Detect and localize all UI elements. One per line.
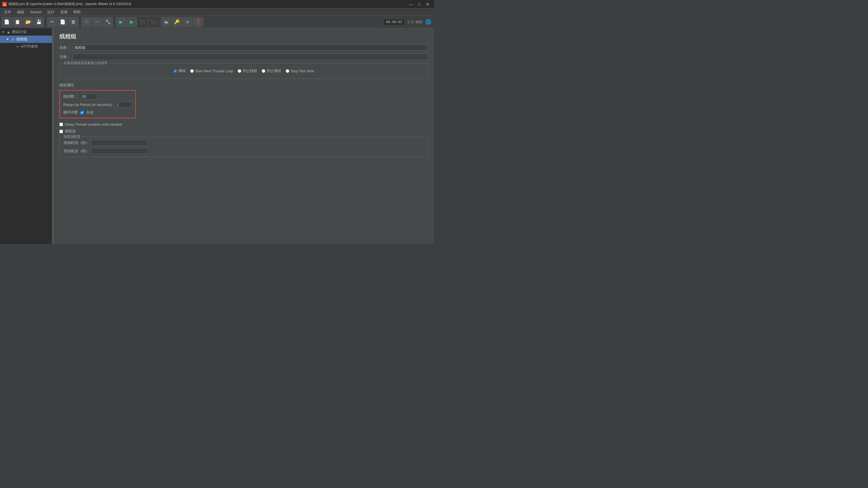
thread-count-row: 线程数： bbox=[63, 94, 132, 99]
warning-icon: ⚠ bbox=[407, 20, 410, 24]
throttle-title: 调度器配置 bbox=[62, 134, 82, 139]
loop-forever-checkbox[interactable] bbox=[80, 111, 84, 115]
name-label: 名称： bbox=[59, 45, 70, 50]
run-count: 0/10 bbox=[415, 20, 422, 24]
radio-continue-label: 继续 bbox=[178, 68, 186, 73]
menu-help[interactable]: 帮助 bbox=[71, 9, 83, 15]
template-button[interactable]: 📋 bbox=[12, 17, 23, 27]
name-row: 名称： bbox=[59, 44, 428, 51]
radio-stop-thread-label: 停止线程 bbox=[242, 68, 257, 73]
scheduler-checkbox[interactable] bbox=[59, 130, 63, 133]
save-button[interactable]: 💾 bbox=[34, 17, 44, 27]
delay-checkbox-row: Delay Thread creation until needed bbox=[59, 122, 428, 127]
thread-properties-section: 线程属性 线程数： Ramp-Up Period (in seconds): 循… bbox=[59, 83, 428, 118]
open-button[interactable]: 📂 bbox=[23, 17, 33, 27]
comment-input[interactable] bbox=[73, 54, 428, 60]
comment-row: 注释： bbox=[59, 54, 428, 60]
shutdown-button[interactable]: ⬛ bbox=[148, 17, 158, 27]
maximize-button[interactable]: □ bbox=[415, 1, 423, 7]
duration-row: 持续时间（秒） bbox=[64, 140, 424, 146]
delete-button[interactable]: 🗑 bbox=[68, 17, 79, 27]
build-button[interactable]: 🏍 bbox=[161, 17, 171, 27]
content-area: 线程组 名称： 注释： 在取样器错误后要执行的动作 继续 Start Next … bbox=[54, 28, 434, 244]
menu-options[interactable]: 选项 bbox=[58, 9, 70, 15]
thread-count-input[interactable] bbox=[80, 94, 97, 99]
config-button[interactable]: 🔧 bbox=[103, 17, 113, 27]
toolbar: 📄 📋 📂 💾 ✂ 📄 🗑 ➕ ➖ 🔧 ▶ ▶ ⬛ ⬛ 🏍 🔑 ≡ ❓ 00:0… bbox=[0, 16, 434, 28]
scheduler-label: 调度器 bbox=[65, 129, 76, 134]
app-icon: 🔥 bbox=[2, 2, 7, 6]
radio-stop-test[interactable]: 停止测试 bbox=[261, 68, 281, 73]
radio-stop-test-now-label: Stop Test Now bbox=[290, 69, 314, 73]
menu-search[interactable]: Search bbox=[28, 9, 44, 15]
loop-label: 循环次数 bbox=[63, 110, 78, 115]
warning-count: 0 bbox=[411, 20, 413, 24]
title-bar-left: 🔥 线程组.jmx (E:\apache-jmeter-4.0\bin\线程组.… bbox=[2, 2, 131, 6]
page-title: 线程组 bbox=[59, 33, 428, 40]
build2-button[interactable]: 🔑 bbox=[172, 17, 182, 27]
thread-group-label: 线程组 bbox=[17, 37, 27, 42]
main-layout: ▼ ▲ 测试计划 ▼ ⚙ 线程组 ✏ HTTP请求 线程组 名称： 注释： bbox=[0, 28, 434, 244]
globe-icon: 🌐 bbox=[424, 18, 432, 26]
startup-delay-label: 启动延迟（秒） bbox=[64, 149, 89, 154]
title-bar: 🔥 线程组.jmx (E:\apache-jmeter-4.0\bin\线程组.… bbox=[0, 0, 434, 8]
help-button[interactable]: ❓ bbox=[193, 17, 204, 27]
close-button[interactable]: ✕ bbox=[424, 1, 432, 7]
ramp-up-input[interactable] bbox=[115, 102, 132, 107]
radio-next-loop-label: Start Next Thread Loop bbox=[195, 69, 233, 73]
comment-label: 注释： bbox=[59, 55, 70, 60]
stop-button[interactable]: ⬛ bbox=[137, 17, 148, 27]
delay-checkbox[interactable] bbox=[59, 123, 63, 126]
timer-display: 00:00:05 bbox=[383, 19, 405, 25]
title-text: 线程组.jmx (E:\apache-jmeter-4.0\bin\线程组.jm… bbox=[8, 2, 131, 6]
menu-bar: 文件 编辑 Search 运行 选项 帮助 bbox=[0, 8, 434, 16]
minimize-button[interactable]: — bbox=[407, 1, 415, 7]
start-no-pause-button[interactable]: ▶ bbox=[127, 17, 137, 27]
radio-stop-test-label: 停止测试 bbox=[267, 68, 281, 73]
menu-edit[interactable]: 编辑 bbox=[15, 9, 27, 15]
sidebar-item-test-plan[interactable]: ▼ ▲ 测试计划 bbox=[0, 28, 52, 36]
sidebar-item-thread-group[interactable]: ▼ ⚙ 线程组 bbox=[0, 36, 52, 43]
cut-button[interactable]: ✂ bbox=[47, 17, 57, 27]
toggle-test-plan: ▼ bbox=[2, 31, 5, 34]
thread-group-icon: ⚙ bbox=[11, 37, 15, 41]
action-section-title: 在取样器错误后要执行的动作 bbox=[62, 61, 109, 66]
radio-continue[interactable]: 继续 bbox=[174, 68, 186, 73]
radio-stop-test-now[interactable]: Stop Test Now bbox=[286, 69, 314, 73]
new-button[interactable]: 📄 bbox=[2, 17, 12, 27]
toolbar-right: 00:00:05 ⚠ 0 0/10 🌐 bbox=[383, 18, 432, 26]
sidebar: ▼ ▲ 测试计划 ▼ ⚙ 线程组 ✏ HTTP请求 bbox=[0, 28, 52, 244]
action-radio-group: 继续 Start Next Thread Loop 停止线程 停止测试 Stop… bbox=[64, 66, 424, 76]
duration-label: 持续时间（秒） bbox=[64, 140, 89, 145]
throttle-section: 调度器配置 持续时间（秒） 启动延迟（秒） bbox=[59, 137, 428, 157]
radio-stop-thread[interactable]: 停止线程 bbox=[238, 68, 257, 73]
startup-delay-row: 启动延迟（秒） bbox=[64, 148, 424, 154]
thread-props-title: 线程属性 bbox=[59, 83, 428, 88]
scheduler-checkbox-row: 调度器 bbox=[59, 129, 428, 134]
action-section: 在取样器错误后要执行的动作 继续 Start Next Thread Loop … bbox=[59, 63, 428, 79]
list-button[interactable]: ≡ bbox=[183, 17, 193, 27]
sidebar-item-http-request[interactable]: ✏ HTTP请求 bbox=[0, 43, 52, 50]
start-button[interactable]: ▶ bbox=[116, 17, 126, 27]
copy-button[interactable]: 📄 bbox=[58, 17, 68, 27]
title-controls: — □ ✕ bbox=[407, 1, 432, 7]
radio-next-loop[interactable]: Start Next Thread Loop bbox=[190, 69, 233, 73]
ramp-up-label: Ramp-Up Period (in seconds): bbox=[63, 102, 113, 107]
add-button[interactable]: ➕ bbox=[82, 17, 92, 27]
name-input[interactable] bbox=[73, 44, 428, 51]
thread-props-box: 线程数： Ramp-Up Period (in seconds): 循环次数 永… bbox=[59, 90, 136, 118]
menu-run[interactable]: 运行 bbox=[45, 9, 57, 15]
loop-row: 循环次数 永远 bbox=[63, 110, 132, 115]
duration-input[interactable] bbox=[91, 140, 148, 146]
delay-label: Delay Thread creation until needed bbox=[65, 122, 122, 127]
menu-file[interactable]: 文件 bbox=[2, 9, 13, 15]
loop-forever-label: 永远 bbox=[86, 110, 94, 115]
test-plan-label: 测试计划 bbox=[12, 29, 27, 34]
startup-delay-input[interactable] bbox=[91, 148, 148, 154]
http-request-icon: ✏ bbox=[15, 44, 20, 49]
ramp-up-row: Ramp-Up Period (in seconds): bbox=[63, 102, 132, 107]
test-plan-icon: ▲ bbox=[6, 30, 11, 34]
toggle-thread-group: ▼ bbox=[6, 38, 10, 41]
thread-count-label: 线程数： bbox=[63, 94, 78, 99]
remove-button[interactable]: ➖ bbox=[92, 17, 102, 27]
